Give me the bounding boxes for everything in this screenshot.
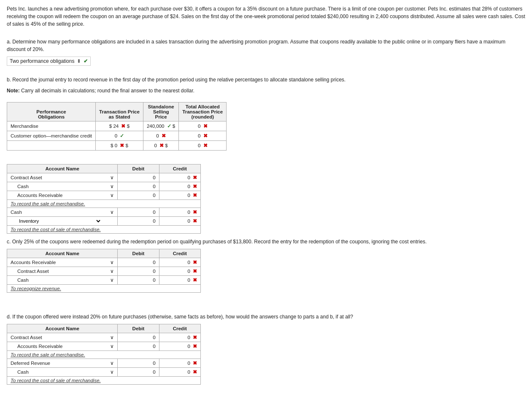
table-row-note: To record the sale of merchandise. xyxy=(7,351,201,359)
cross-icon: ✖ xyxy=(193,361,197,366)
table-row: Merchandise $ 24 ✖ $ 240,000 ✓ $ 0 ✖ xyxy=(7,121,227,131)
table-row-note: To receognize revenue. xyxy=(7,285,201,293)
cross-icon: ✖ xyxy=(193,269,197,274)
account-cell: Cash ∨ xyxy=(7,368,118,377)
merchandise-label: Merchandise xyxy=(7,121,96,131)
table-row: Customer option—merchandise credit 0 ✓ 0… xyxy=(7,131,227,141)
account-cell: Contract Asset ∨ xyxy=(7,333,118,342)
merchandise-tx-price: $ 24 ✖ $ xyxy=(96,121,143,131)
table-row: Cash ∨ 0 0 ✖ xyxy=(7,182,201,191)
table-row-total: $ 0 ✖ $ 0 ✖ $ 0 ✖ xyxy=(7,141,227,151)
cross-icon: ✖ xyxy=(193,260,197,265)
table-row: Deferred Revenue ∨ 0 0 ✖ xyxy=(7,359,201,368)
merchandise-ta-price: 0 ✖ xyxy=(179,121,227,131)
col-debit-b: Debit xyxy=(118,164,159,173)
customer-option-ss: 0 ✖ xyxy=(143,131,178,141)
table-row: Inventory 0 0 ✖ xyxy=(7,217,201,226)
table-row: Accounts Receivable ∨ 0 0 ✖ xyxy=(7,342,201,351)
credit-cell: 0 ✖ xyxy=(159,276,200,285)
col-standalone-selling: StandaloneSellingPrice xyxy=(143,102,178,121)
col-credit-d: Credit xyxy=(159,324,200,333)
table-row: Accounts Receivable ∨ 0 0 ✖ xyxy=(7,191,201,200)
journal-c-wrapper: Account Name Debit Credit Accounts Recei… xyxy=(7,249,525,293)
debit-cell[interactable]: 0 xyxy=(118,276,159,285)
table-row-note: To record the cost of sale of merchandis… xyxy=(7,377,201,385)
credit-cell: 0 ✖ xyxy=(159,359,200,368)
cross-icon4: ✖ xyxy=(203,133,208,138)
total-tx: $ 0 ✖ $ xyxy=(96,141,143,151)
debit-cell[interactable]: 0 xyxy=(118,173,159,182)
debit-cell[interactable]: 0 xyxy=(118,333,159,342)
arrow-updown-icon[interactable]: ⬍ xyxy=(77,58,81,64)
debit-cell[interactable]: 0 xyxy=(118,267,159,276)
intro-paragraph: Pets Inc. launches a new advertising pro… xyxy=(7,5,525,28)
cross-icon: ✖ xyxy=(193,369,197,375)
col-account-name-b: Account Name xyxy=(7,164,118,173)
question-a: a. Determine how many performance obliga… xyxy=(7,38,525,53)
note-b: Note: Carry all decimals in calculations… xyxy=(7,87,525,94)
debit-cell[interactable]: 0 xyxy=(118,208,159,217)
total-ss: 0 ✖ $ xyxy=(143,141,178,151)
cross-icon: ✖ xyxy=(193,175,197,180)
table-row: Contract Asset ∨ 0 0 ✖ xyxy=(7,267,201,276)
chevron-icon[interactable]: ∨ xyxy=(110,268,114,274)
customer-option-tx: 0 ✓ xyxy=(96,131,143,141)
chevron-icon[interactable]: ∨ xyxy=(110,209,114,215)
debit-cell[interactable]: 0 xyxy=(118,217,159,226)
credit-cell: 0 ✖ xyxy=(159,267,200,276)
account-cell: Accounts Receivable ∨ xyxy=(7,258,118,267)
table-row: Cash ∨ 0 0 ✖ xyxy=(7,208,201,217)
table-row: Cash ∨ 0 0 ✖ xyxy=(7,276,201,285)
perf-obligations-table: PerformanceObligations Transaction Price… xyxy=(7,102,227,151)
debit-cell[interactable]: 0 xyxy=(118,258,159,267)
chevron-icon[interactable]: ∨ xyxy=(110,175,114,181)
chevron-icon[interactable]: ∨ xyxy=(110,369,114,375)
check-icon: ✔ xyxy=(84,58,88,64)
chevron-icon[interactable]: ∨ xyxy=(110,277,114,283)
col-total-allocated: Total AllocatedTransaction Price(rounded… xyxy=(179,102,227,121)
account-cell: Accounts Receivable ∨ xyxy=(7,191,118,200)
cross-icon5: ✖ xyxy=(120,143,124,148)
debit-cell[interactable]: 0 xyxy=(118,182,159,191)
journal-b-table: Account Name Debit Credit Contract Asset… xyxy=(7,164,201,234)
customer-option-ta: 0 ✖ xyxy=(179,131,227,141)
check-icon2: ✓ xyxy=(120,133,124,138)
col-debit-d: Debit xyxy=(118,324,159,333)
table-row-note: To record the sale of merchandise. xyxy=(7,200,201,208)
check-green-icon: ✓ xyxy=(167,124,171,129)
cross-icon: ✖ xyxy=(193,210,197,215)
account-cell: Deferred Revenue ∨ xyxy=(7,359,118,368)
chevron-icon[interactable]: ∨ xyxy=(110,183,114,189)
chevron-icon[interactable]: ∨ xyxy=(110,259,114,265)
journal-d-wrapper: Account Name Debit Credit Contract Asset… xyxy=(7,324,525,385)
cross-icon2: ✖ xyxy=(203,124,208,129)
journal-d-table: Account Name Debit Credit Contract Asset… xyxy=(7,324,201,385)
table-row: Contract Asset ∨ 0 0 ✖ xyxy=(7,333,201,342)
inventory-select[interactable]: Inventory xyxy=(17,218,102,224)
cross-icon: ✖ xyxy=(193,278,197,283)
credit-cell: 0 ✖ xyxy=(159,258,200,267)
debit-cell[interactable]: 0 xyxy=(118,342,159,351)
journal-b-wrapper: Account Name Debit Credit Contract Asset… xyxy=(7,164,525,234)
chevron-icon[interactable]: ∨ xyxy=(110,360,114,366)
chevron-icon[interactable]: ∨ xyxy=(110,192,114,198)
cross-icon3: ✖ xyxy=(162,133,166,138)
credit-cell: 0 ✖ xyxy=(159,182,200,191)
credit-cell: 0 ✖ xyxy=(159,208,200,217)
answer-a-box: Two performance obligations ⬍ ✔ xyxy=(7,57,91,66)
account-cell: Contract Asset ∨ xyxy=(7,267,118,276)
debit-cell[interactable]: 0 xyxy=(118,191,159,200)
chevron-icon[interactable]: ∨ xyxy=(110,343,114,349)
chevron-icon[interactable]: ∨ xyxy=(110,334,114,340)
cross-icon6: ✖ xyxy=(159,143,164,148)
table-row: Contract Asset ∨ 0 0 ✖ xyxy=(7,173,201,182)
note-cell: To record the sale of merchandise. xyxy=(7,200,201,208)
debit-cell[interactable]: 0 xyxy=(118,359,159,368)
debit-cell[interactable]: 0 xyxy=(118,368,159,377)
cross-icon: ✖ xyxy=(193,218,197,224)
account-cell: Accounts Receivable ∨ xyxy=(7,342,118,351)
note-cell2: To record the cost of sale of merchandis… xyxy=(7,377,201,385)
account-cell: Cash ∨ xyxy=(7,208,118,217)
credit-cell: 0 ✖ xyxy=(159,191,200,200)
col-debit-c: Debit xyxy=(118,249,159,258)
